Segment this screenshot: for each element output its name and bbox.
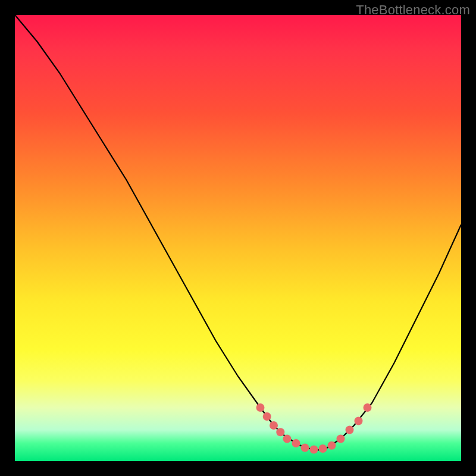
- data-marker: [364, 403, 372, 412]
- data-marker: [276, 428, 284, 436]
- data-markers: [256, 403, 372, 454]
- bottleneck-curve: [15, 15, 461, 450]
- data-marker: [319, 444, 327, 453]
- data-marker: [337, 435, 345, 443]
- data-marker: [355, 417, 363, 425]
- data-marker: [256, 403, 265, 412]
- chart-frame: TheBottleneck.com: [0, 0, 476, 476]
- data-marker: [310, 446, 318, 454]
- data-marker: [346, 426, 354, 434]
- data-marker: [292, 439, 300, 447]
- data-marker: [328, 441, 336, 450]
- data-marker: [283, 435, 292, 443]
- watermark-text: TheBottleneck.com: [356, 2, 470, 18]
- data-marker: [263, 412, 271, 421]
- plot-area: [15, 15, 461, 461]
- data-marker: [270, 421, 278, 430]
- data-marker: [301, 444, 309, 452]
- chart-svg: [15, 15, 461, 461]
